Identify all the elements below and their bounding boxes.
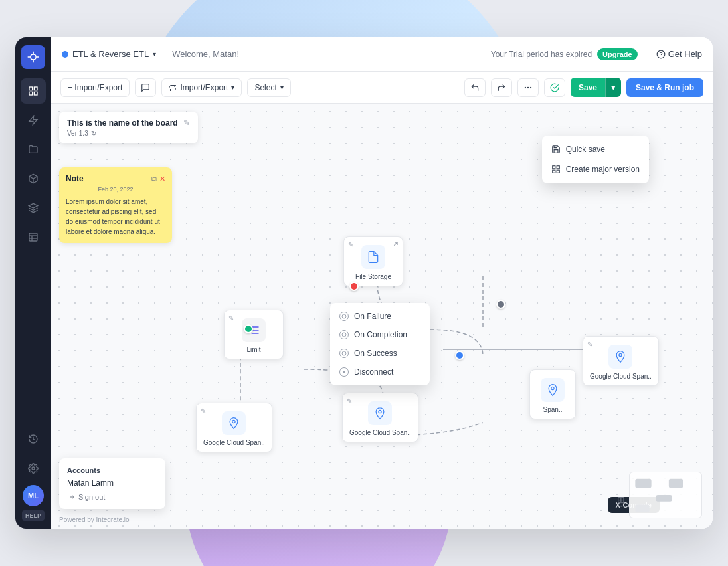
import-export-btn-2[interactable]: Import/Export ▾ <box>161 78 242 97</box>
svg-rect-34 <box>557 166 559 169</box>
disconnect-icon <box>339 367 349 377</box>
import-export-chevron: ▾ <box>231 84 234 91</box>
conn-dot-green-1 <box>244 324 253 333</box>
svg-line-15 <box>33 439 35 440</box>
node-edit-icon[interactable]: ✎ <box>348 241 353 248</box>
more-btn[interactable] <box>517 78 539 97</box>
gcs3-edit-icon[interactable]: ✎ <box>587 341 592 348</box>
conn-dot-blue-1[interactable] <box>455 351 464 360</box>
svg-rect-44 <box>669 479 683 488</box>
svg-rect-3 <box>29 92 33 95</box>
board-name-panel: This is the name of the board ✎ Ver 1.3 … <box>59 112 198 143</box>
sidebar-item-settings[interactable] <box>21 456 46 481</box>
board-name-row: This is the name of the board ✎ <box>67 118 190 128</box>
note-actions: ⧉ ✕ <box>151 175 165 183</box>
redo-btn[interactable] <box>491 78 512 97</box>
node-gcs-2[interactable]: ✎ Google Cloud Span.. <box>342 393 418 442</box>
node-span-label: Span.. <box>543 406 563 413</box>
minimap[interactable] <box>629 472 702 518</box>
svg-point-31 <box>619 353 622 356</box>
limit-edit-icon[interactable]: ✎ <box>228 314 234 322</box>
create-major-item[interactable]: Create major version <box>542 159 649 179</box>
on-success-icon <box>339 349 349 358</box>
svg-marker-5 <box>29 116 37 124</box>
node-resize-icon <box>388 241 399 252</box>
note-copy-icon[interactable]: ⧉ <box>151 175 157 183</box>
svg-rect-10 <box>29 233 37 241</box>
on-completion-item[interactable]: On Completion <box>330 326 430 344</box>
node-gcs-1[interactable]: ✎ Google Cloud Span.. <box>196 403 272 452</box>
powered-by: Powered by Integrate.io <box>59 516 130 523</box>
gcs1-edit-icon[interactable]: ✎ <box>201 407 206 415</box>
node-span[interactable]: Span.. <box>529 369 576 419</box>
toolbar: + Import/Export Import/Export ▾ Select ▾ <box>51 72 713 104</box>
svg-rect-33 <box>552 166 555 169</box>
on-failure-item[interactable]: On Failure <box>330 307 430 326</box>
board-name-text: This is the name of the board <box>67 118 178 128</box>
svg-point-0 <box>31 54 36 60</box>
select-label: Select <box>254 83 276 92</box>
sidebar-item-table[interactable] <box>21 225 46 250</box>
node-limit[interactable]: ✎ Limit <box>224 310 284 359</box>
quick-save-label: Quick save <box>566 145 605 154</box>
note-header: Note ⧉ ✕ <box>66 174 165 183</box>
on-completion-icon <box>339 330 349 339</box>
version-refresh-icon[interactable]: ↻ <box>91 130 96 137</box>
note-card[interactable]: Note ⧉ ✕ Feb 20, 2022 Lorem ipsum dolor … <box>59 167 172 243</box>
svg-point-32 <box>551 387 554 389</box>
create-major-icon <box>551 165 561 174</box>
svg-rect-43 <box>635 479 651 488</box>
save-main-btn[interactable]: Save <box>571 78 605 97</box>
on-success-item[interactable]: On Success <box>330 344 430 363</box>
sidebar-item-lightning[interactable] <box>21 108 46 133</box>
node-limit-label: Limit <box>246 346 260 353</box>
undo-btn[interactable] <box>464 78 486 97</box>
node-file-storage[interactable]: ✎ File Storage <box>343 236 403 286</box>
svg-point-37 <box>342 314 346 318</box>
get-help-button[interactable]: Get Help <box>656 49 702 59</box>
select-chevron: ▾ <box>280 84 284 91</box>
board-edit-icon[interactable]: ✎ <box>183 118 190 128</box>
quick-save-item[interactable]: Quick save <box>542 140 649 159</box>
sidebar-item-grid[interactable] <box>21 78 46 104</box>
quick-save-icon <box>551 145 561 154</box>
save-run-btn[interactable]: Save & Run job <box>626 78 703 97</box>
node-gcs-3-label: Google Cloud Span.. <box>590 373 652 380</box>
validate-btn[interactable] <box>544 78 565 97</box>
note-delete-icon[interactable]: ✕ <box>159 175 165 183</box>
save-dropdown-btn[interactable]: ▾ <box>605 78 621 97</box>
user-avatar[interactable]: ML <box>23 485 44 506</box>
sidebar-item-history[interactable] <box>21 426 46 452</box>
svg-rect-36 <box>557 170 559 173</box>
welcome-text: Welcome, Matan! <box>172 49 239 59</box>
on-failure-label: On Failure <box>354 312 391 321</box>
svg-rect-2 <box>34 87 37 90</box>
sidebar-item-cube[interactable] <box>21 166 46 191</box>
svg-point-19 <box>525 87 525 88</box>
svg-rect-1 <box>29 87 33 90</box>
gcs3-icon <box>608 345 632 369</box>
minimap-toggle-icon[interactable]: ⊞ <box>617 494 625 505</box>
app-logo[interactable] <box>21 45 45 69</box>
signout-icon <box>67 493 75 501</box>
gcs2-edit-icon[interactable]: ✎ <box>347 397 352 405</box>
sidebar-item-folder[interactable] <box>21 137 46 162</box>
import-export-2-label: Import/Export <box>180 83 228 92</box>
select-btn[interactable]: Select ▾ <box>247 78 290 97</box>
sign-out-btn[interactable]: Sign out <box>67 493 157 501</box>
trial-notice: Your Trial period has expired Upgrade <box>491 48 638 60</box>
sidebar-item-layers[interactable] <box>21 195 46 221</box>
canvas[interactable]: This is the name of the board ✎ Ver 1.3 … <box>51 104 713 529</box>
project-selector[interactable]: ETL & Reverse ETL ▾ <box>62 49 156 59</box>
help-button[interactable]: HELP <box>22 510 45 521</box>
disconnect-item[interactable]: Disconnect <box>330 363 430 381</box>
upgrade-button[interactable]: Upgrade <box>597 48 638 60</box>
chat-btn[interactable] <box>135 78 156 97</box>
import-export-btn-1[interactable]: + Import/Export <box>60 78 130 97</box>
svg-rect-35 <box>552 170 555 173</box>
node-gcs-3[interactable]: ✎ Google Cloud Span.. <box>583 336 659 386</box>
import-export-1-label: + Import/Export <box>68 83 122 92</box>
on-failure-icon <box>339 312 349 321</box>
gcs1-icon <box>222 411 246 435</box>
edge-menu: On Failure On Completion On Success <box>330 303 430 385</box>
